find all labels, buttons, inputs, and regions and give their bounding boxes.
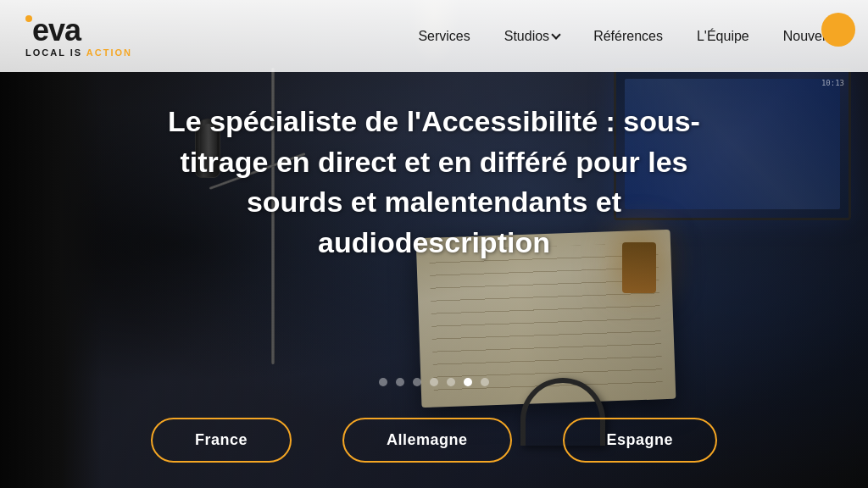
- carousel-dot-5[interactable]: [447, 378, 455, 386]
- nav-item-equipe[interactable]: L'Équipe: [697, 29, 749, 44]
- logo[interactable]: eva LOCAL IS ACTION: [25, 15, 132, 58]
- carousel-dot-3[interactable]: [413, 378, 421, 386]
- main-nav: Services Studios Références L'Équipe Nou…: [418, 29, 843, 44]
- carousel-dot-6-active[interactable]: [464, 378, 472, 386]
- hero-section: 10:13 eva LOCAL IS ACTION: [0, 0, 868, 488]
- carousel-dot-1[interactable]: [379, 378, 387, 386]
- country-button-allemagne[interactable]: Allemagne: [342, 418, 512, 463]
- logo-dot: [25, 15, 32, 22]
- monitor-time: 10:13: [821, 79, 844, 87]
- country-button-espagne[interactable]: Espagne: [563, 418, 718, 463]
- carousel-dot-2[interactable]: [396, 378, 404, 386]
- chevron-down-icon: [551, 30, 560, 39]
- carousel-dot-4[interactable]: [430, 378, 438, 386]
- hero-title: Le spécialiste de l'Accessibilité : sous…: [137, 102, 731, 263]
- country-button-france[interactable]: France: [151, 418, 292, 463]
- nav-item-studios[interactable]: Studios: [504, 29, 559, 44]
- carousel-dot-7[interactable]: [481, 378, 489, 386]
- hero-content: Le spécialiste de l'Accessibilité : sous…: [0, 102, 868, 263]
- nav-item-references[interactable]: Références: [593, 29, 663, 44]
- orange-dot-decoration: [821, 13, 855, 47]
- tagline: LOCAL IS ACTION: [25, 47, 132, 58]
- logo-text: eva: [25, 15, 132, 46]
- country-buttons: France Allemagne Espagne: [0, 418, 868, 463]
- nav-item-services[interactable]: Services: [418, 29, 470, 44]
- carousel-dots[interactable]: [379, 378, 489, 386]
- header: eva LOCAL IS ACTION Services Studios Réf…: [0, 0, 868, 72]
